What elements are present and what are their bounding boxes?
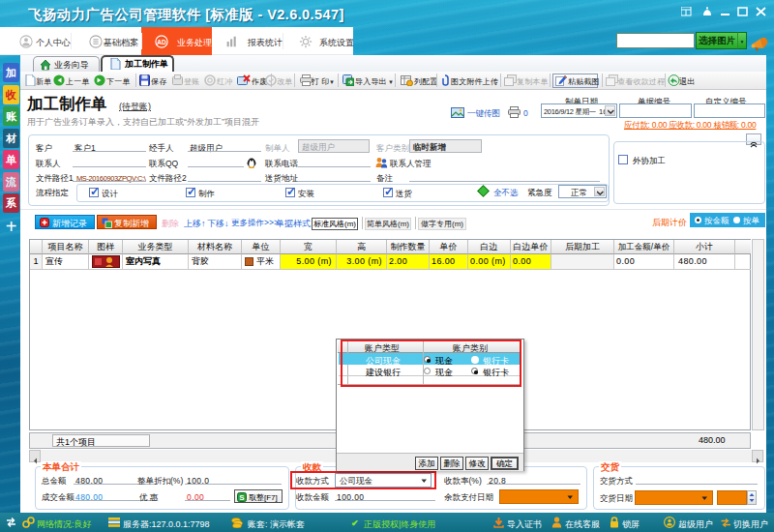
svg-text:AD: AD xyxy=(157,39,166,45)
svg-text:S: S xyxy=(239,493,245,502)
